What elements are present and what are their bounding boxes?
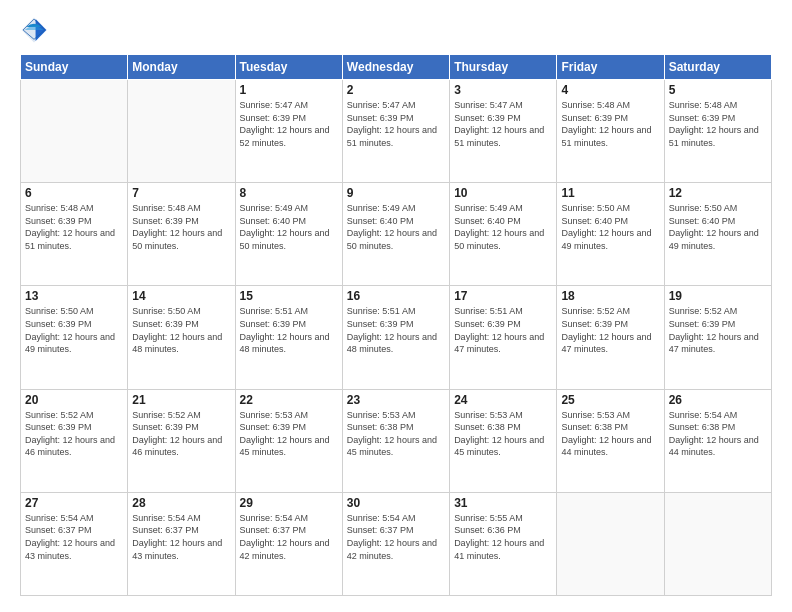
day-number: 22 xyxy=(240,393,338,407)
day-number: 8 xyxy=(240,186,338,200)
day-info: Sunrise: 5:52 AM Sunset: 6:39 PM Dayligh… xyxy=(561,305,659,355)
day-cell-16: 16Sunrise: 5:51 AM Sunset: 6:39 PM Dayli… xyxy=(342,286,449,389)
day-cell-12: 12Sunrise: 5:50 AM Sunset: 6:40 PM Dayli… xyxy=(664,183,771,286)
day-cell-2: 2Sunrise: 5:47 AM Sunset: 6:39 PM Daylig… xyxy=(342,80,449,183)
day-cell-7: 7Sunrise: 5:48 AM Sunset: 6:39 PM Daylig… xyxy=(128,183,235,286)
calendar-dow-saturday: Saturday xyxy=(664,55,771,80)
day-cell-6: 6Sunrise: 5:48 AM Sunset: 6:39 PM Daylig… xyxy=(21,183,128,286)
day-info: Sunrise: 5:48 AM Sunset: 6:39 PM Dayligh… xyxy=(25,202,123,252)
week-row-4: 20Sunrise: 5:52 AM Sunset: 6:39 PM Dayli… xyxy=(21,389,772,492)
day-info: Sunrise: 5:52 AM Sunset: 6:39 PM Dayligh… xyxy=(132,409,230,459)
day-number: 19 xyxy=(669,289,767,303)
day-cell-18: 18Sunrise: 5:52 AM Sunset: 6:39 PM Dayli… xyxy=(557,286,664,389)
day-number: 9 xyxy=(347,186,445,200)
day-cell-25: 25Sunrise: 5:53 AM Sunset: 6:38 PM Dayli… xyxy=(557,389,664,492)
day-number: 16 xyxy=(347,289,445,303)
day-info: Sunrise: 5:48 AM Sunset: 6:39 PM Dayligh… xyxy=(132,202,230,252)
day-info: Sunrise: 5:50 AM Sunset: 6:40 PM Dayligh… xyxy=(561,202,659,252)
day-number: 17 xyxy=(454,289,552,303)
day-cell-3: 3Sunrise: 5:47 AM Sunset: 6:39 PM Daylig… xyxy=(450,80,557,183)
day-info: Sunrise: 5:50 AM Sunset: 6:39 PM Dayligh… xyxy=(25,305,123,355)
day-cell-22: 22Sunrise: 5:53 AM Sunset: 6:39 PM Dayli… xyxy=(235,389,342,492)
day-info: Sunrise: 5:54 AM Sunset: 6:37 PM Dayligh… xyxy=(240,512,338,562)
day-info: Sunrise: 5:47 AM Sunset: 6:39 PM Dayligh… xyxy=(347,99,445,149)
day-info: Sunrise: 5:55 AM Sunset: 6:36 PM Dayligh… xyxy=(454,512,552,562)
day-info: Sunrise: 5:52 AM Sunset: 6:39 PM Dayligh… xyxy=(669,305,767,355)
calendar-dow-tuesday: Tuesday xyxy=(235,55,342,80)
day-info: Sunrise: 5:54 AM Sunset: 6:38 PM Dayligh… xyxy=(669,409,767,459)
day-info: Sunrise: 5:54 AM Sunset: 6:37 PM Dayligh… xyxy=(132,512,230,562)
day-number: 24 xyxy=(454,393,552,407)
day-info: Sunrise: 5:49 AM Sunset: 6:40 PM Dayligh… xyxy=(454,202,552,252)
calendar-dow-thursday: Thursday xyxy=(450,55,557,80)
day-number: 10 xyxy=(454,186,552,200)
day-cell-20: 20Sunrise: 5:52 AM Sunset: 6:39 PM Dayli… xyxy=(21,389,128,492)
day-number: 18 xyxy=(561,289,659,303)
day-info: Sunrise: 5:53 AM Sunset: 6:39 PM Dayligh… xyxy=(240,409,338,459)
day-cell-24: 24Sunrise: 5:53 AM Sunset: 6:38 PM Dayli… xyxy=(450,389,557,492)
day-info: Sunrise: 5:51 AM Sunset: 6:39 PM Dayligh… xyxy=(454,305,552,355)
calendar-dow-friday: Friday xyxy=(557,55,664,80)
day-number: 14 xyxy=(132,289,230,303)
day-number: 7 xyxy=(132,186,230,200)
empty-cell xyxy=(664,492,771,595)
day-info: Sunrise: 5:53 AM Sunset: 6:38 PM Dayligh… xyxy=(454,409,552,459)
logo xyxy=(20,16,52,44)
day-cell-21: 21Sunrise: 5:52 AM Sunset: 6:39 PM Dayli… xyxy=(128,389,235,492)
day-info: Sunrise: 5:50 AM Sunset: 6:39 PM Dayligh… xyxy=(132,305,230,355)
day-cell-23: 23Sunrise: 5:53 AM Sunset: 6:38 PM Dayli… xyxy=(342,389,449,492)
day-cell-8: 8Sunrise: 5:49 AM Sunset: 6:40 PM Daylig… xyxy=(235,183,342,286)
day-number: 26 xyxy=(669,393,767,407)
calendar-table: SundayMondayTuesdayWednesdayThursdayFrid… xyxy=(20,54,772,596)
day-cell-30: 30Sunrise: 5:54 AM Sunset: 6:37 PM Dayli… xyxy=(342,492,449,595)
day-number: 11 xyxy=(561,186,659,200)
day-cell-19: 19Sunrise: 5:52 AM Sunset: 6:39 PM Dayli… xyxy=(664,286,771,389)
empty-cell xyxy=(21,80,128,183)
week-row-2: 6Sunrise: 5:48 AM Sunset: 6:39 PM Daylig… xyxy=(21,183,772,286)
day-info: Sunrise: 5:49 AM Sunset: 6:40 PM Dayligh… xyxy=(347,202,445,252)
day-cell-14: 14Sunrise: 5:50 AM Sunset: 6:39 PM Dayli… xyxy=(128,286,235,389)
day-info: Sunrise: 5:49 AM Sunset: 6:40 PM Dayligh… xyxy=(240,202,338,252)
day-cell-27: 27Sunrise: 5:54 AM Sunset: 6:37 PM Dayli… xyxy=(21,492,128,595)
day-info: Sunrise: 5:48 AM Sunset: 6:39 PM Dayligh… xyxy=(561,99,659,149)
day-number: 13 xyxy=(25,289,123,303)
day-cell-4: 4Sunrise: 5:48 AM Sunset: 6:39 PM Daylig… xyxy=(557,80,664,183)
day-number: 2 xyxy=(347,83,445,97)
calendar-dow-wednesday: Wednesday xyxy=(342,55,449,80)
day-number: 1 xyxy=(240,83,338,97)
day-cell-5: 5Sunrise: 5:48 AM Sunset: 6:39 PM Daylig… xyxy=(664,80,771,183)
day-cell-9: 9Sunrise: 5:49 AM Sunset: 6:40 PM Daylig… xyxy=(342,183,449,286)
day-number: 30 xyxy=(347,496,445,510)
day-info: Sunrise: 5:54 AM Sunset: 6:37 PM Dayligh… xyxy=(25,512,123,562)
day-cell-15: 15Sunrise: 5:51 AM Sunset: 6:39 PM Dayli… xyxy=(235,286,342,389)
day-info: Sunrise: 5:47 AM Sunset: 6:39 PM Dayligh… xyxy=(454,99,552,149)
page: SundayMondayTuesdayWednesdayThursdayFrid… xyxy=(0,0,792,612)
header xyxy=(20,16,772,44)
empty-cell xyxy=(128,80,235,183)
day-number: 12 xyxy=(669,186,767,200)
day-info: Sunrise: 5:51 AM Sunset: 6:39 PM Dayligh… xyxy=(240,305,338,355)
day-cell-28: 28Sunrise: 5:54 AM Sunset: 6:37 PM Dayli… xyxy=(128,492,235,595)
day-number: 3 xyxy=(454,83,552,97)
day-number: 21 xyxy=(132,393,230,407)
day-cell-1: 1Sunrise: 5:47 AM Sunset: 6:39 PM Daylig… xyxy=(235,80,342,183)
week-row-3: 13Sunrise: 5:50 AM Sunset: 6:39 PM Dayli… xyxy=(21,286,772,389)
day-number: 6 xyxy=(25,186,123,200)
day-number: 15 xyxy=(240,289,338,303)
day-number: 28 xyxy=(132,496,230,510)
day-cell-31: 31Sunrise: 5:55 AM Sunset: 6:36 PM Dayli… xyxy=(450,492,557,595)
day-number: 20 xyxy=(25,393,123,407)
day-number: 31 xyxy=(454,496,552,510)
day-info: Sunrise: 5:50 AM Sunset: 6:40 PM Dayligh… xyxy=(669,202,767,252)
calendar-dow-sunday: Sunday xyxy=(21,55,128,80)
day-cell-26: 26Sunrise: 5:54 AM Sunset: 6:38 PM Dayli… xyxy=(664,389,771,492)
day-number: 5 xyxy=(669,83,767,97)
week-row-1: 1Sunrise: 5:47 AM Sunset: 6:39 PM Daylig… xyxy=(21,80,772,183)
week-row-5: 27Sunrise: 5:54 AM Sunset: 6:37 PM Dayli… xyxy=(21,492,772,595)
day-number: 27 xyxy=(25,496,123,510)
day-info: Sunrise: 5:52 AM Sunset: 6:39 PM Dayligh… xyxy=(25,409,123,459)
day-cell-10: 10Sunrise: 5:49 AM Sunset: 6:40 PM Dayli… xyxy=(450,183,557,286)
day-info: Sunrise: 5:48 AM Sunset: 6:39 PM Dayligh… xyxy=(669,99,767,149)
day-info: Sunrise: 5:53 AM Sunset: 6:38 PM Dayligh… xyxy=(561,409,659,459)
day-info: Sunrise: 5:51 AM Sunset: 6:39 PM Dayligh… xyxy=(347,305,445,355)
